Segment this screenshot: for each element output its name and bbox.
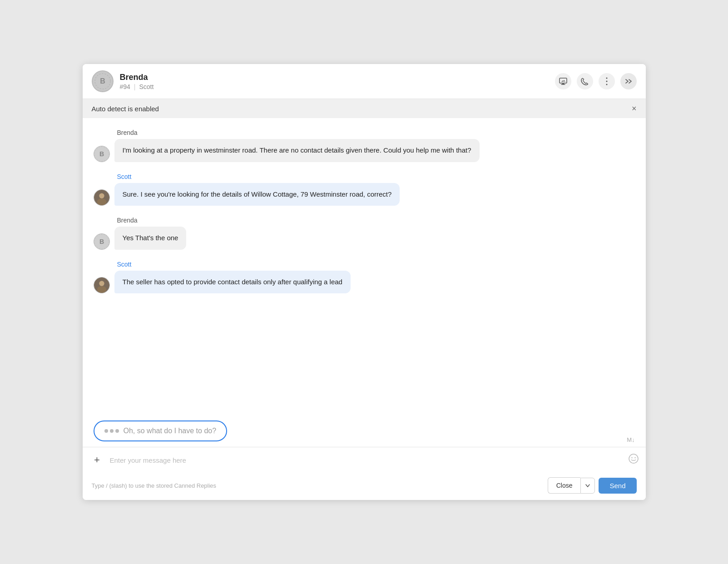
footer-actions: Close Send: [548, 477, 637, 494]
contact-avatar: B: [92, 70, 114, 92]
auto-detect-banner: Auto detect is enabled ×: [83, 99, 646, 118]
svg-text:B: B: [100, 77, 105, 85]
typing-dot: [104, 429, 108, 433]
markdown-label: M↓: [627, 436, 634, 443]
svg-point-6: [606, 84, 607, 85]
messages-area: Brenda B I'm looking at a property in we…: [83, 118, 646, 421]
message-row: B I'm looking at a property in westminst…: [94, 139, 635, 162]
typing-dot: [110, 429, 114, 433]
suggested-reply-text: Oh, so what do I have to do?: [124, 427, 217, 435]
header-divider: |: [134, 83, 136, 90]
message-group: Brenda B I'm looking at a property in we…: [94, 129, 635, 162]
message-bubble: The seller has opted to provide contact …: [114, 271, 351, 294]
svg-point-12: [97, 198, 106, 205]
sender-label: Brenda: [117, 217, 635, 224]
svg-point-18: [97, 286, 106, 293]
typing-dot: [115, 429, 119, 433]
message-bubble: I'm looking at a property in westminster…: [114, 139, 480, 162]
chat-window: B Brenda #94 | Scott: [83, 64, 646, 500]
message-row: Sure. I see you're looking for the detai…: [94, 183, 635, 206]
svg-point-21: [634, 457, 635, 458]
message-row: The seller has opted to provide contact …: [94, 271, 635, 294]
sender-label: Brenda: [117, 129, 635, 136]
message-bubble: Yes That's the one: [114, 227, 187, 250]
phone-button[interactable]: [577, 73, 593, 89]
chat-header: B Brenda #94 | Scott: [83, 64, 646, 99]
svg-text:B: B: [99, 150, 104, 157]
banner-text: Auto detect is enabled: [92, 105, 159, 113]
canned-hint: Type / (slash) to use the stored Canned …: [92, 482, 217, 489]
svg-point-5: [606, 81, 607, 82]
svg-rect-3: [560, 78, 567, 83]
svg-point-20: [631, 457, 632, 458]
more-options-button[interactable]: [599, 73, 615, 89]
header-subtitle: #94 | Scott: [120, 83, 555, 90]
input-area: +: [83, 447, 646, 473]
attachment-button[interactable]: +: [90, 453, 104, 467]
message-text: The seller has opted to provide contact …: [123, 278, 342, 286]
message-group: Scott Sure. I see you're looking for the…: [94, 173, 635, 206]
close-button[interactable]: Close: [548, 477, 581, 494]
send-button[interactable]: Send: [599, 478, 636, 494]
message-input[interactable]: [110, 456, 623, 464]
suggested-reply-button[interactable]: Oh, so what do I have to do?: [94, 421, 228, 441]
avatar: B: [94, 146, 110, 162]
svg-text:B: B: [99, 237, 104, 245]
message-group: Brenda B Yes That's the one: [94, 217, 635, 250]
header-actions: [555, 73, 637, 89]
svg-point-4: [606, 78, 607, 79]
message-text: Yes That's the one: [123, 234, 178, 242]
close-dropdown-button[interactable]: [580, 478, 595, 494]
svg-point-11: [99, 193, 104, 198]
agent-name: Scott: [139, 83, 154, 90]
message-text: Sure. I see you're looking for the detai…: [123, 190, 392, 198]
contact-name: Brenda: [120, 73, 555, 82]
svg-point-19: [629, 454, 638, 463]
avatar: [94, 277, 110, 293]
message-group: Scott The seller has opted to provide co…: [94, 261, 635, 294]
message-text: I'm looking at a property in westminster…: [123, 146, 471, 154]
suggested-reply-area: Oh, so what do I have to do? M↓: [83, 421, 646, 447]
expand-button[interactable]: [620, 73, 637, 89]
svg-point-17: [99, 281, 104, 286]
banner-close-button[interactable]: ×: [632, 104, 637, 113]
sender-label: Scott: [117, 261, 635, 268]
emoji-button[interactable]: [629, 454, 639, 466]
header-info: Brenda #94 | Scott: [120, 73, 555, 90]
avatar: B: [94, 233, 110, 250]
screen-share-button[interactable]: [555, 73, 571, 89]
message-bubble: Sure. I see you're looking for the detai…: [114, 183, 400, 206]
avatar: [94, 189, 110, 206]
message-row: B Yes That's the one: [94, 227, 635, 250]
footer-bar: Type / (slash) to use the stored Canned …: [83, 473, 646, 500]
typing-dots: [104, 429, 119, 433]
sender-label: Scott: [117, 173, 635, 180]
contact-id: #94: [120, 83, 130, 90]
